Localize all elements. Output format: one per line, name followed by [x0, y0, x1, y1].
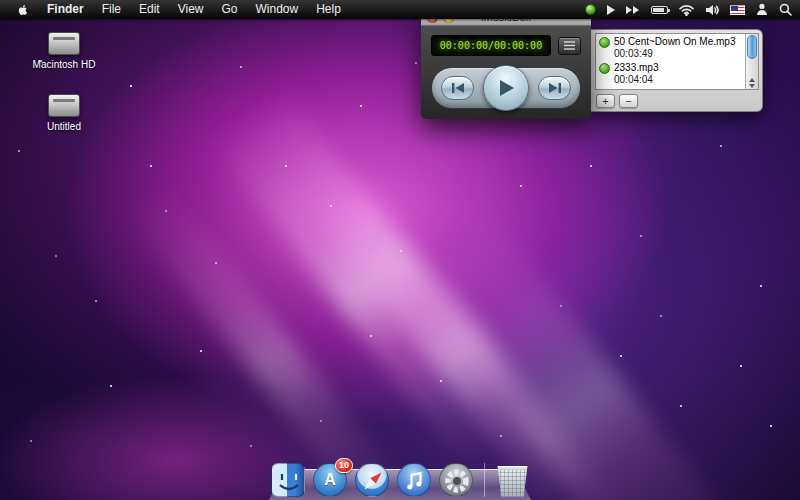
desktop-icon-untitled[interactable]: Untitled — [28, 94, 100, 132]
menu-go[interactable]: Go — [213, 0, 247, 19]
track-row[interactable]: 50 Cent~Down On Me.mp3 00:03:49 — [596, 35, 745, 61]
menu-bar-left: Finder File Edit View Go Window Help — [8, 0, 350, 19]
dock: A 10 — [269, 469, 531, 500]
track-row[interactable]: 2333.mp3 00:04:04 — [596, 61, 745, 87]
wifi-icon[interactable] — [679, 0, 694, 19]
playlist-drawer: 50 Cent~Down On Me.mp3 00:03:49 2333.mp3… — [590, 29, 763, 112]
notification-badge: 10 — [335, 458, 353, 473]
menu-finder[interactable]: Finder — [38, 0, 93, 19]
desktop-icon-macintosh-hd[interactable]: Macintosh HD — [28, 32, 100, 70]
dock-itunes-icon[interactable] — [397, 463, 431, 497]
playlist-toolbar: + − — [595, 90, 759, 109]
menu-help[interactable]: Help — [307, 0, 350, 19]
scroll-up-icon[interactable] — [749, 78, 755, 82]
dock-safari-icon[interactable] — [355, 463, 389, 497]
add-track-button[interactable]: + — [596, 94, 615, 108]
next-button[interactable] — [538, 76, 571, 100]
us-flag-icon[interactable] — [730, 0, 745, 19]
hard-drive-icon — [48, 94, 80, 117]
app-store-glyph: A — [324, 471, 336, 489]
track-duration: 00:04:04 — [614, 74, 658, 86]
play-button[interactable] — [483, 65, 529, 111]
volume-icon[interactable] — [705, 0, 719, 19]
menu-view[interactable]: View — [169, 0, 213, 19]
scrollbar-thumb[interactable] — [747, 35, 757, 59]
dock-system-preferences-icon[interactable] — [439, 463, 473, 497]
track-name: 50 Cent~Down On Me.mp3 — [614, 36, 735, 48]
spotlight-icon[interactable] — [779, 0, 792, 19]
track-list: 50 Cent~Down On Me.mp3 00:03:49 2333.mp3… — [596, 34, 745, 89]
hard-drive-icon — [48, 32, 80, 55]
dock-icons: A 10 — [271, 463, 529, 497]
track-status-icon — [599, 63, 610, 74]
track-status-icon — [599, 37, 610, 48]
dock-app-store-icon[interactable]: A 10 — [313, 463, 347, 497]
desktop-icon-label: Untitled — [28, 121, 100, 132]
playlist-toggle-button[interactable] — [558, 37, 581, 55]
menu-window[interactable]: Window — [247, 0, 308, 19]
playlist-list: 50 Cent~Down On Me.mp3 00:03:49 2333.mp3… — [595, 33, 759, 90]
menu-edit[interactable]: Edit — [130, 0, 169, 19]
apple-menu-icon[interactable] — [8, 0, 38, 19]
fast-forward-icon[interactable] — [626, 0, 640, 19]
player-body: 00:00:00/00:00:00 — [421, 26, 591, 119]
track-info: 50 Cent~Down On Me.mp3 00:03:49 — [614, 36, 735, 60]
playlist-scrollbar[interactable] — [745, 34, 758, 89]
display-row: 00:00:00/00:00:00 — [431, 35, 581, 56]
desktop-icon-label: Macintosh HD — [28, 59, 100, 70]
desktop-screen: Finder File Edit View Go Window Help — [0, 0, 800, 500]
menu-bar: Finder File Edit View Go Window Help — [0, 0, 800, 19]
track-duration: 00:03:49 — [614, 48, 735, 60]
menu-file[interactable]: File — [93, 0, 130, 19]
transport-controls — [431, 67, 581, 109]
sync-status-icon[interactable] — [585, 0, 596, 19]
scroll-down-icon[interactable] — [749, 84, 755, 88]
battery-icon[interactable] — [651, 0, 668, 19]
scrollbar-arrows — [746, 78, 758, 88]
menu-bar-status-area — [585, 0, 792, 19]
dock-trash-icon[interactable] — [496, 466, 529, 497]
user-icon[interactable] — [756, 0, 768, 19]
previous-button[interactable] — [441, 76, 474, 100]
track-name: 2333.mp3 — [614, 62, 658, 74]
play-icon[interactable] — [607, 0, 615, 19]
dock-finder-icon[interactable] — [271, 463, 305, 497]
dock-separator — [484, 463, 485, 497]
imusicbox-window: iMusicBox 00:00:00/00:00:00 — [421, 9, 591, 119]
track-info: 2333.mp3 00:04:04 — [614, 62, 658, 86]
time-display: 00:00:00/00:00:00 — [431, 35, 551, 56]
remove-track-button[interactable]: − — [619, 94, 638, 108]
